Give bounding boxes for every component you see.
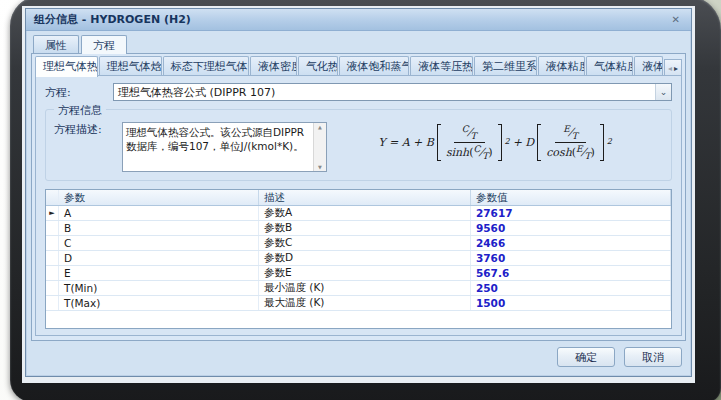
cell-desc: 参数B	[259, 221, 471, 235]
tab-ideal-gas-enthalpy[interactable]: 理想气体焓值	[99, 56, 162, 76]
cell-value[interactable]: 1500	[471, 296, 671, 310]
formula-mid: + D	[513, 136, 535, 149]
screen-content: 组分信息 - HYDROGEN (H2) ✕ 属性 方程 理想气体热容 理想气体…	[22, 6, 695, 383]
tab-std-ideal-gas-entropy[interactable]: 标态下理想气体熵值	[163, 56, 249, 76]
cell-param: E	[59, 266, 259, 280]
formula-term-1: C⁄T sinh(C⁄T)	[437, 124, 502, 161]
dialog-footer: 确定 取消	[31, 341, 686, 371]
tab-equations[interactable]: 方程	[81, 35, 127, 54]
formula-prefix: Y = A + B	[378, 136, 434, 149]
cell-value[interactable]: 9560	[471, 221, 671, 235]
cell-desc: 参数C	[259, 236, 471, 250]
selector-column-header	[46, 190, 59, 205]
tab-ideal-gas-heat-capacity[interactable]: 理想气体热容	[35, 56, 98, 77]
component-info-dialog: 组分信息 - HYDROGEN (H2) ✕ 属性 方程 理想气体热容 理想气体…	[25, 8, 692, 377]
tab-second-virial-coefficient[interactable]: 第二维里系数	[474, 56, 537, 76]
table-row[interactable]: C 参数C 2466	[46, 236, 671, 251]
equation-select-row: 方程: 理想气体热容公式 (DIPPR 107) ⌄	[45, 83, 672, 101]
cell-desc: 参数E	[259, 266, 471, 280]
cell-param: D	[59, 251, 259, 265]
tab-liquid-thermal-conductivity[interactable]: 液体导	[634, 56, 663, 76]
description-scrollbar[interactable]: ▲ ▼	[313, 123, 326, 171]
equation-description-box[interactable]: 理想气体热容公式。该公式源自DIPPR数据库，编号107，单位J/(kmol*K…	[122, 122, 327, 172]
col-header-description[interactable]: 描述	[259, 190, 471, 205]
tab-scroll-left-icon[interactable]: ◂	[668, 64, 672, 73]
cell-value[interactable]: 567.6	[471, 266, 671, 280]
cancel-button[interactable]: 取消	[624, 347, 682, 367]
formula-term-2: E⁄T cosh(E⁄T)	[537, 124, 604, 161]
equation-info-group-title: 方程信息	[54, 103, 106, 118]
cell-desc: 参数D	[259, 251, 471, 265]
formula-exponent-1: 2	[505, 137, 510, 146]
property-tab-strip: 理想气体热容 理想气体焓值 标态下理想气体熵值 液体密度 气化热 液体饱和蒸气压…	[35, 57, 682, 76]
equation-description-label: 方程描述:	[54, 122, 122, 137]
col-header-value[interactable]: 参数值	[471, 190, 671, 205]
cell-param: B	[59, 221, 259, 235]
equation-combobox-value: 理想气体热容公式 (DIPPR 107)	[118, 85, 275, 100]
tab-properties[interactable]: 属性	[33, 35, 79, 53]
dialog-title: 组分信息 - HYDROGEN (H2)	[34, 12, 669, 27]
table-row[interactable]: E 参数E 567.6	[46, 266, 671, 281]
cell-value[interactable]: 3760	[471, 251, 671, 265]
tab-liquid-cp[interactable]: 液体等压热容	[410, 56, 473, 76]
tab-scroll-right-icon[interactable]: ▸	[674, 64, 678, 73]
table-row[interactable]: T(Min) 最小温度 (K) 250	[46, 281, 671, 296]
ok-button[interactable]: 确定	[557, 347, 615, 367]
tab-liquid-density[interactable]: 液体密度	[250, 56, 297, 76]
cell-param: A	[59, 206, 259, 220]
cell-param: T(Min)	[59, 281, 259, 295]
row-selector-icon: ►	[46, 206, 59, 220]
cell-value[interactable]: 2466	[471, 236, 671, 250]
tab-liquid-vapor-pressure[interactable]: 液体饱和蒸气压	[339, 56, 410, 76]
table-empty-area	[46, 311, 671, 328]
equation-label: 方程:	[45, 85, 113, 100]
dippr107-formula: Y = A + B C⁄T sinh(C⁄T)	[327, 122, 663, 161]
heat-capacity-tab-page: 方程: 理想气体热容公式 (DIPPR 107) ⌄ 方程信息 方程描述: 理想…	[35, 75, 682, 336]
parameter-table: 参数 描述 参数值 ► A 参数A 27617 B	[45, 189, 672, 329]
equations-tab-page: 理想气体热容 理想气体焓值 标态下理想气体熵值 液体密度 气化热 液体饱和蒸气压…	[31, 53, 686, 341]
cell-param: C	[59, 236, 259, 250]
scroll-down-icon[interactable]: ▼	[318, 164, 322, 170]
cell-desc: 参数A	[259, 206, 471, 220]
formula-exponent-2: 2	[607, 137, 612, 146]
scroll-up-icon[interactable]: ▲	[318, 124, 322, 130]
tab-heat-of-vaporization[interactable]: 气化热	[298, 56, 337, 76]
close-icon[interactable]: ✕	[669, 14, 683, 25]
tab-gas-viscosity[interactable]: 气体粘度	[586, 56, 633, 76]
tab-scroll-buttons: ◂ ▸	[664, 59, 682, 76]
tab-liquid-viscosity[interactable]: 液体粘度	[538, 56, 585, 76]
chevron-down-icon[interactable]: ⌄	[655, 84, 671, 100]
dialog-body: 属性 方程 理想气体热容 理想气体焓值 标态下理想气体熵值 液体密度 气化热 液…	[26, 31, 691, 376]
cell-desc: 最大温度 (K)	[259, 296, 471, 310]
table-row[interactable]: B 参数B 9560	[46, 221, 671, 236]
col-header-parameter[interactable]: 参数	[59, 190, 259, 205]
dialog-titlebar[interactable]: 组分信息 - HYDROGEN (H2) ✕	[26, 9, 691, 31]
cell-value[interactable]: 27617	[471, 206, 671, 220]
cell-value[interactable]: 250	[471, 281, 671, 295]
equation-combobox[interactable]: 理想气体热容公式 (DIPPR 107) ⌄	[113, 83, 672, 101]
table-row[interactable]: T(Max) 最大温度 (K) 1500	[46, 296, 671, 311]
table-row[interactable]: D 参数D 3760	[46, 251, 671, 266]
outer-tab-strip: 属性 方程	[31, 35, 686, 53]
cell-desc: 最小温度 (K)	[259, 281, 471, 295]
equation-info-group: 方程信息 方程描述: 理想气体热容公式。该公式源自DIPPR数据库，编号107，…	[45, 109, 672, 181]
table-row[interactable]: ► A 参数A 27617	[46, 206, 671, 221]
equation-description-text: 理想气体热容公式。该公式源自DIPPR数据库，编号107，单位J/(kmol*K…	[123, 123, 313, 171]
table-header-row: 参数 描述 参数值	[46, 190, 671, 206]
cell-param: T(Max)	[59, 296, 259, 310]
